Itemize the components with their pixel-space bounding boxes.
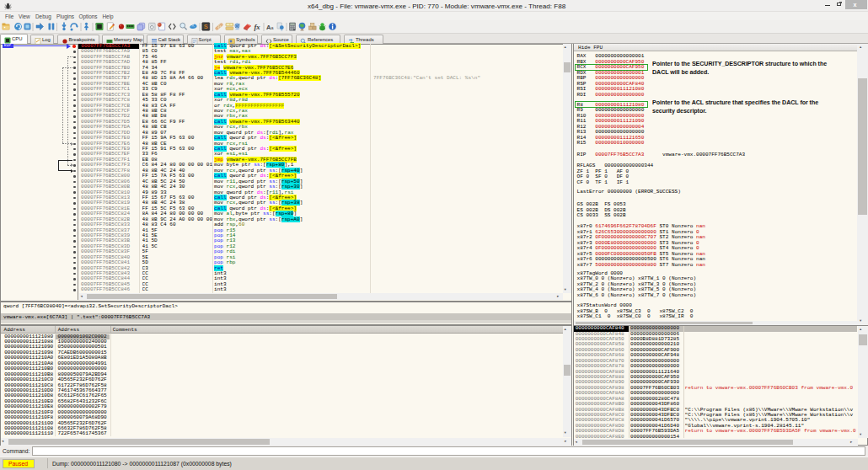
svg-text:S: S xyxy=(204,23,208,30)
svg-text:fx: fx xyxy=(255,23,261,31)
svg-text:a: a xyxy=(271,25,273,30)
